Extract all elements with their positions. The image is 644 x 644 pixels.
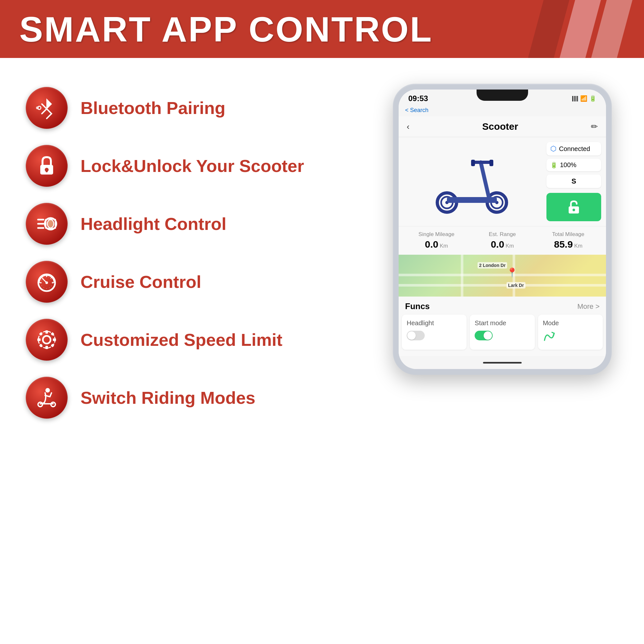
map-road-horizontal-2: [399, 284, 606, 287]
est-range-label: Est. Range: [471, 231, 534, 238]
scooter-info-panel: ⬡ Connected 🔋 100% S: [546, 142, 601, 221]
map-street-label-2: Lark Dr: [507, 282, 526, 289]
connection-status: Connected: [559, 145, 590, 153]
funcs-title: Funcs: [405, 301, 430, 311]
func-headlight-name: Headlight: [407, 319, 462, 327]
headlight-toggle[interactable]: [407, 331, 425, 340]
svg-line-39: [481, 162, 489, 197]
map-road-vertical-2: [461, 255, 463, 297]
svg-point-19: [43, 336, 51, 344]
lock-icon-circle: [26, 145, 68, 187]
speed-mode-value: S: [572, 177, 576, 185]
svg-point-44: [573, 209, 575, 211]
svg-rect-22: [45, 346, 48, 349]
features-list: Bluetooth Pairing Lock&Unlock Your Scoot…: [26, 77, 374, 419]
svg-point-17: [45, 281, 48, 284]
bluetooth-label: Bluetooth Pairing: [81, 98, 225, 118]
search-back-text[interactable]: < Search: [405, 107, 429, 113]
single-mileage-value: 0.0 Km: [405, 239, 468, 250]
funcs-more-button[interactable]: More >: [577, 302, 600, 311]
search-bar[interactable]: < Search: [399, 106, 606, 116]
home-bar-line: [483, 362, 522, 364]
app-title: Scooter: [410, 121, 591, 132]
feature-cruise: Cruise Control: [26, 261, 374, 303]
signal-icon: ||||: [572, 95, 578, 102]
funcs-grid: Headlight Start mode Mode: [399, 315, 606, 356]
home-bar: [399, 356, 606, 369]
svg-rect-41: [471, 160, 475, 166]
app-header: ‹ Scooter ✏: [399, 116, 606, 137]
header-chevrons: [536, 0, 625, 58]
single-mileage-label: Single Mileage: [405, 231, 468, 238]
headlight-icon: [35, 213, 58, 235]
map-road-horizontal: [399, 274, 606, 276]
stat-est-range: Est. Range 0.0 Km: [471, 231, 534, 250]
lock-icon: [35, 155, 58, 177]
battery-badge-icon: 🔋: [550, 162, 557, 169]
feature-speed: Customized Speed Limit: [26, 319, 374, 361]
func-mode-name: Mode: [543, 319, 598, 327]
status-time: 09:53: [408, 94, 428, 103]
svg-rect-23: [37, 338, 41, 341]
headlight-icon-circle: [26, 203, 68, 245]
phone-inner: 09:53 ✈ |||| 📶 🔋 < Search ‹ Scooter: [399, 90, 606, 369]
unlock-icon: [566, 199, 582, 215]
est-range-value: 0.0 Km: [471, 239, 534, 250]
cruise-icon-circle: [26, 261, 68, 303]
feature-modes: Switch Riding Modes: [26, 377, 374, 419]
svg-rect-24: [53, 338, 56, 341]
feature-bluetooth: Bluetooth Pairing: [26, 87, 374, 129]
battery-percent: 100%: [560, 161, 576, 169]
feature-headlight: Headlight Control: [26, 203, 374, 245]
rider-icon-circle: [26, 377, 68, 419]
settings-icon: [35, 328, 58, 351]
svg-rect-42: [489, 160, 493, 166]
edit-button[interactable]: ✏: [591, 122, 598, 132]
total-mileage-value: 85.9 Km: [537, 239, 600, 250]
total-mileage-label: Total Mileage: [537, 231, 600, 238]
map-street-label-1: 2 London Dr: [478, 262, 507, 269]
phone-notch: [477, 90, 528, 101]
total-mileage-number: 85.9: [554, 239, 573, 250]
rider-icon: [35, 386, 58, 409]
svg-rect-21: [45, 330, 48, 334]
bluetooth-badge-icon: ⬡: [550, 145, 556, 153]
settings-icon-circle: [26, 319, 68, 361]
back-button[interactable]: ‹: [407, 122, 410, 132]
map-location-pin: 📍: [507, 267, 518, 278]
header-title: SMART APP CONTROL: [19, 9, 433, 50]
scooter-image: [434, 149, 511, 214]
phone-section: 09:53 ✈ |||| 📶 🔋 < Search ‹ Scooter: [393, 84, 618, 375]
scooter-image-area: [403, 142, 542, 221]
single-mileage-number: 0.0: [425, 239, 439, 250]
func-card-startmode: Start mode: [470, 315, 535, 350]
est-range-number: 0.0: [491, 239, 504, 250]
est-range-unit: Km: [506, 243, 514, 249]
unlock-button[interactable]: [546, 193, 601, 221]
func-startmode-name: Start mode: [475, 319, 530, 327]
cruise-label: Cruise Control: [81, 271, 201, 292]
bluetooth-icon-circle: [26, 87, 68, 129]
header-banner: SMART APP CONTROL: [0, 0, 644, 58]
wifi-icon: 📶: [580, 95, 587, 102]
stat-total-mileage: Total Mileage 85.9 Km: [537, 231, 600, 250]
connection-badge: ⬡ Connected: [546, 142, 601, 156]
speed-mode-badge: S: [546, 175, 601, 188]
speedometer-icon: [35, 270, 58, 293]
startmode-toggle[interactable]: [475, 331, 493, 340]
lock-label: Lock&Unlock Your Scooter: [81, 156, 304, 176]
main-content: Bluetooth Pairing Lock&Unlock Your Scoot…: [0, 58, 644, 438]
mode-icon[interactable]: [543, 331, 598, 345]
status-icons: |||| 📶 🔋: [572, 95, 596, 102]
svg-rect-4: [46, 170, 48, 172]
speed-label: Customized Speed Limit: [81, 329, 282, 350]
single-mileage-unit: Km: [440, 243, 448, 249]
total-mileage-unit: Km: [574, 243, 582, 249]
feature-lock: Lock&Unlock Your Scooter: [26, 145, 374, 187]
battery-badge: 🔋 100%: [546, 159, 601, 171]
phone-outer: 09:53 ✈ |||| 📶 🔋 < Search ‹ Scooter: [393, 84, 612, 375]
funcs-header: Funcs More >: [399, 297, 606, 315]
mode-svg-icon: [543, 331, 556, 342]
headlight-label: Headlight Control: [81, 213, 226, 234]
modes-label: Switch Riding Modes: [81, 387, 255, 408]
